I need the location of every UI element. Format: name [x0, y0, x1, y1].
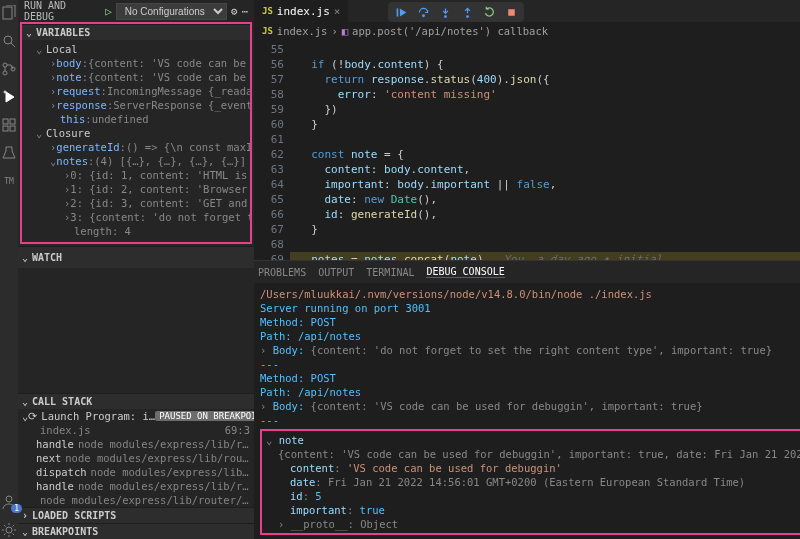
config-gear-icon[interactable]: ⚙ — [231, 5, 238, 18]
svg-point-3 — [3, 71, 7, 75]
debug-icon[interactable] — [0, 88, 18, 106]
stack-frame[interactable]: dispatchnode_modules/express/lib/route… — [18, 465, 254, 479]
activity-bar: TM — [0, 0, 18, 539]
debug-toolbar — [388, 2, 524, 22]
svg-rect-9 — [10, 126, 15, 131]
svg-rect-6 — [3, 119, 8, 124]
svg-point-15 — [467, 15, 469, 17]
restart-button[interactable] — [480, 4, 498, 20]
exec-line: /Users/mluukkai/.nvm/versions/node/v14.8… — [260, 287, 800, 301]
editor-tabs: JS index.js × ▢ ▭ ⋯ — [254, 0, 800, 22]
step-out-button[interactable] — [458, 4, 476, 20]
launch-config-select[interactable]: No Configurations — [116, 3, 227, 20]
svg-point-14 — [445, 15, 447, 17]
test-icon[interactable] — [0, 144, 18, 162]
svg-point-5 — [4, 91, 6, 93]
server-line: Server running on port 3001 — [260, 301, 800, 315]
watch-section[interactable]: ⌄WATCH — [18, 246, 254, 268]
var-notes-2[interactable]: ›2: {id: 3, content: 'GET and POST are t… — [22, 196, 250, 210]
tab-debug-console[interactable]: DEBUG CONSOLE — [426, 266, 504, 278]
scm-icon[interactable] — [0, 60, 18, 78]
settings-gear-icon[interactable] — [0, 521, 18, 539]
var-notes-0[interactable]: ›0: {id: 1, content: 'HTML is easy', dat… — [22, 168, 250, 182]
debug-sidebar: RUN AND DEBUG ▷ No Configurations ⚙ ⋯ ⌄V… — [18, 0, 254, 539]
var-this[interactable]: this: undefined — [22, 112, 250, 126]
step-over-button[interactable] — [414, 4, 432, 20]
tab-terminal[interactable]: TERMINAL — [366, 267, 414, 278]
debug-console[interactable]: /Users/mluukkai/.nvm/versions/node/v14.8… — [254, 283, 800, 539]
var-response[interactable]: ›response: ServerResponse {_events: {…},… — [22, 98, 250, 112]
tab-problems[interactable]: PROBLEMS — [258, 267, 306, 278]
code-body[interactable]: if (!body.content) { return response.sta… — [290, 40, 800, 260]
search-icon[interactable] — [0, 32, 18, 50]
svg-point-2 — [3, 63, 7, 67]
svg-rect-8 — [3, 126, 8, 131]
scope-local[interactable]: ⌄Local — [22, 42, 250, 56]
tab-indexjs[interactable]: JS index.js × — [254, 0, 348, 22]
svg-rect-0 — [3, 7, 12, 19]
tab-output[interactable]: OUTPUT — [318, 267, 354, 278]
var-notes-3[interactable]: ›3: {content: 'do not forget to set the … — [22, 210, 250, 224]
editor-main: JS index.js × ▢ ▭ ⋯ JS index.js › ◧ app.… — [254, 0, 800, 539]
var-note[interactable]: ›note: {content: 'VS code can be used fo… — [22, 70, 250, 84]
svg-rect-12 — [397, 8, 399, 16]
stack-frame[interactable]: index.js69:3 — [18, 423, 254, 437]
js-file-icon: JS — [262, 26, 273, 36]
var-notes-length: length: 4 — [22, 224, 250, 238]
var-notes[interactable]: ⌄notes: (4) [{…}, {…}, {…}, {…}] — [22, 154, 250, 168]
inspected-object: ⌄ note {content: 'VS code can be used fo… — [260, 429, 800, 535]
stack-frame[interactable]: node_modules/express/lib/router/in… — [18, 493, 254, 507]
svg-rect-16 — [508, 9, 515, 16]
stack-frame[interactable]: handlenode_modules/express/lib/router/l… — [18, 437, 254, 451]
files-icon[interactable] — [0, 4, 18, 22]
stop-button[interactable] — [502, 4, 520, 20]
svg-point-10 — [6, 496, 12, 502]
line-gutter: 555657585960616263646566676869707172 — [254, 40, 290, 260]
stack-frame[interactable]: handlenode_modules/express/lib/router/l… — [18, 479, 254, 493]
sync-icon: ⟳ — [28, 410, 37, 422]
svg-rect-7 — [10, 119, 15, 124]
callstack-section[interactable]: ⌄CALL STACK — [18, 393, 254, 409]
method-icon: ◧ — [342, 25, 348, 37]
launch-program-row[interactable]: ⌄ ⟳ Launch Program: i… PAUSED ON BREAKPO… — [18, 409, 254, 423]
sidebar-header: RUN AND DEBUG ▷ No Configurations ⚙ ⋯ — [18, 0, 254, 22]
continue-button[interactable] — [392, 4, 410, 20]
panel-tabs: PROBLEMS OUTPUT TERMINAL DEBUG CONSOLE — [254, 261, 800, 283]
code-editor[interactable]: 555657585960616263646566676869707172 if … — [254, 40, 800, 260]
stack-frame[interactable]: nextnode_modules/express/lib/router/ro… — [18, 451, 254, 465]
tmp-icon[interactable]: TM — [0, 172, 18, 190]
sidebar-title: RUN AND DEBUG — [24, 0, 101, 22]
variables-panel-highlight: ⌄VARIABLES ⌄Local ›body: {content: 'VS c… — [20, 22, 252, 244]
extensions-icon[interactable] — [0, 116, 18, 134]
js-file-icon: JS — [262, 6, 273, 16]
more-icon[interactable]: ⋯ — [241, 5, 248, 18]
breakpoints-section[interactable]: ⌄BREAKPOINTS — [18, 523, 254, 539]
svg-point-1 — [4, 36, 12, 44]
var-request[interactable]: ›request: IncomingMessage {_readableStat… — [22, 84, 250, 98]
start-debug-icon[interactable]: ▷ — [105, 5, 112, 18]
close-icon[interactable]: × — [334, 5, 341, 18]
loaded-scripts-section[interactable]: ›LOADED SCRIPTS — [18, 507, 254, 523]
var-body[interactable]: ›body: {content: 'VS code can be used fo… — [22, 56, 250, 70]
var-generateId[interactable]: ›generateId: () => {\n const maxId = not… — [22, 140, 250, 154]
svg-point-11 — [6, 527, 12, 533]
variables-section[interactable]: ⌄VARIABLES — [22, 24, 250, 40]
variables-tree: ⌄Local ›body: {content: 'VS code can be … — [22, 40, 250, 242]
account-icon[interactable] — [0, 493, 18, 511]
var-notes-1[interactable]: ›1: {id: 2, content: 'Browser can execut… — [22, 182, 250, 196]
breadcrumb[interactable]: JS index.js › ◧ app.post('/api/notes') c… — [254, 22, 800, 40]
scope-closure[interactable]: ⌄Closure — [22, 126, 250, 140]
bottom-panel: PROBLEMS OUTPUT TERMINAL DEBUG CONSOLE /… — [254, 260, 800, 539]
svg-point-13 — [423, 14, 425, 16]
step-into-button[interactable] — [436, 4, 454, 20]
paused-badge: PAUSED ON BREAKPOINT — [155, 411, 254, 421]
